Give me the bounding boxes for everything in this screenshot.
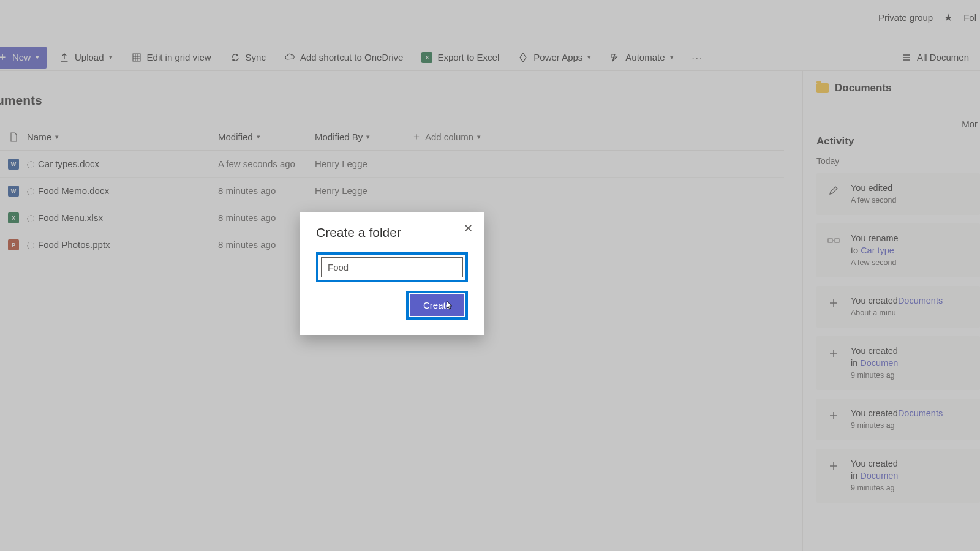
create-button[interactable]: Create: [410, 294, 464, 316]
close-icon[interactable]: ✕: [464, 222, 473, 235]
create-folder-dialog: Create a folder ✕ Create: [300, 212, 484, 335]
dialog-title: Create a folder: [316, 225, 468, 240]
folder-name-input[interactable]: [321, 257, 463, 277]
modal-overlay: [0, 0, 980, 551]
